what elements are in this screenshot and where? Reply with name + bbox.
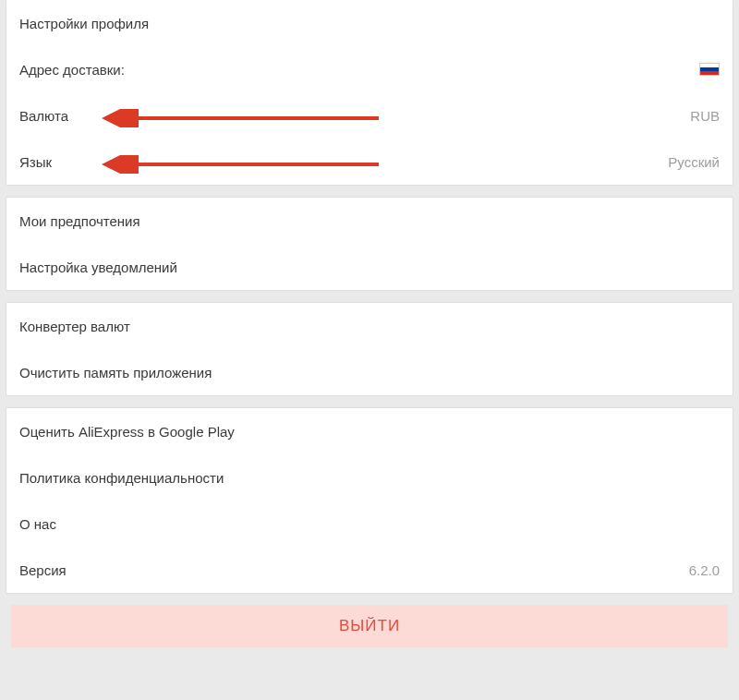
logout-label: ВЫЙТИ bbox=[339, 617, 400, 635]
label-currency-converter: Конвертер валют bbox=[19, 319, 130, 334]
label-shipping-address: Адрес доставки: bbox=[19, 62, 125, 78]
row-about-us[interactable]: О нас bbox=[6, 501, 733, 547]
label-rate-app: Оценить AliExpress в Google Play bbox=[19, 424, 235, 440]
flag-ru-icon bbox=[699, 63, 720, 76]
label-notification-settings: Настройка уведомлений bbox=[19, 259, 177, 275]
label-currency: Валюта bbox=[19, 108, 68, 124]
label-clear-cache: Очистить память приложения bbox=[19, 365, 212, 380]
row-shipping-address[interactable]: Адрес доставки: bbox=[6, 46, 733, 92]
group-about: Оценить AliExpress в Google Play Политик… bbox=[6, 407, 733, 594]
value-currency: RUB bbox=[690, 108, 720, 124]
label-profile-settings: Настройки профиля bbox=[19, 16, 149, 31]
row-privacy-policy[interactable]: Политика конфиденциальности bbox=[6, 454, 733, 501]
group-tools: Конвертер валют Очистить память приложен… bbox=[6, 302, 733, 396]
row-profile-settings[interactable]: Настройки профиля bbox=[6, 0, 733, 46]
label-privacy-policy: Политика конфиденциальности bbox=[19, 470, 224, 486]
row-notification-settings[interactable]: Настройка уведомлений bbox=[6, 244, 733, 290]
row-rate-app[interactable]: Оценить AliExpress в Google Play bbox=[6, 408, 733, 454]
label-about-us: О нас bbox=[19, 516, 56, 532]
row-version: Версия 6.2.0 bbox=[6, 547, 733, 593]
logout-button[interactable]: ВЫЙТИ bbox=[11, 605, 728, 647]
row-currency[interactable]: Валюта RUB bbox=[6, 92, 733, 139]
value-language: Русский bbox=[668, 154, 720, 170]
row-my-prefs[interactable]: Мои предпочтения bbox=[6, 198, 733, 244]
label-version: Версия bbox=[19, 562, 67, 578]
value-version: 6.2.0 bbox=[689, 562, 720, 578]
group-prefs: Мои предпочтения Настройка уведомлений bbox=[6, 197, 733, 291]
row-clear-cache[interactable]: Очистить память приложения bbox=[6, 349, 733, 395]
row-currency-converter[interactable]: Конвертер валют bbox=[6, 303, 733, 349]
label-language: Язык bbox=[19, 154, 52, 170]
label-my-prefs: Мои предпочтения bbox=[19, 213, 140, 229]
group-profile: Настройки профиля Адрес доставки: Валюта… bbox=[6, 0, 733, 186]
row-language[interactable]: Язык Русский bbox=[6, 139, 733, 185]
